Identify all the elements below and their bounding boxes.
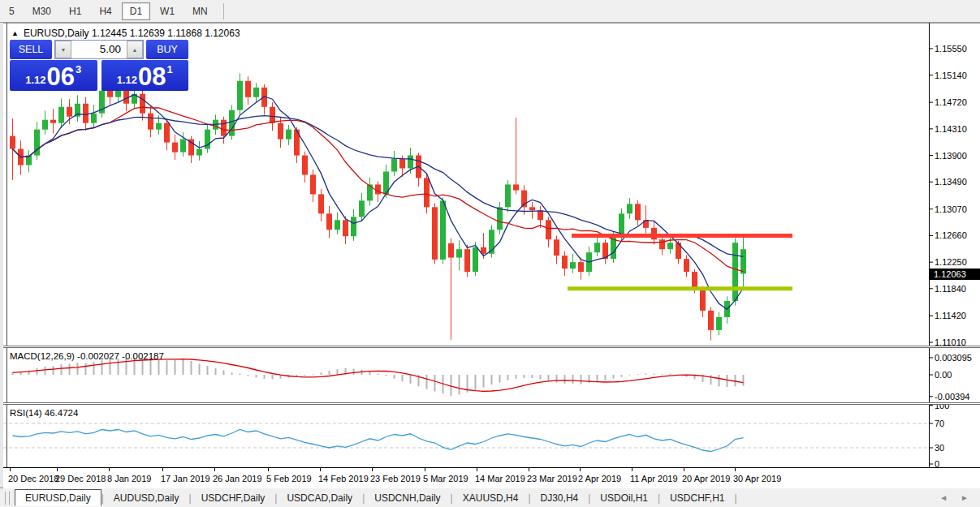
- time-axis-label: 5 Feb 2019: [266, 474, 312, 483]
- time-axis-tick: [632, 468, 632, 471]
- tabbar-grip[interactable]: [5, 492, 10, 505]
- chart-tab-dj30-h4[interactable]: DJ30,H4: [531, 491, 589, 505]
- rsi-axis-label: 100: [935, 405, 949, 410]
- candle: [578, 258, 584, 280]
- candle: [602, 239, 608, 264]
- tab-scroll-right-icon[interactable]: ►: [961, 493, 969, 502]
- price-axis-label: 1.14310: [935, 124, 967, 134]
- rsi-line: [13, 430, 744, 452]
- candle: [667, 237, 673, 254]
- timeframe-button-d1[interactable]: D1: [122, 2, 150, 20]
- timeframe-button-w1[interactable]: W1: [152, 2, 183, 20]
- candle: [708, 307, 714, 340]
- candle: [724, 296, 730, 323]
- time-axis: 20 Dec 201829 Dec 20188 Jan 201917 Jan 2…: [3, 467, 980, 488]
- price-axis-label: 1.12660: [935, 230, 967, 240]
- candle: [148, 106, 153, 137]
- chart-window: 1.155501.151401.147201.143101.139001.134…: [0, 23, 980, 488]
- candle: [391, 151, 397, 176]
- chart-tab-usdcnh-daily[interactable]: USDCNH,Daily: [365, 491, 450, 505]
- timeframe-button-h4[interactable]: H4: [91, 2, 119, 20]
- time-axis-tick: [529, 468, 529, 471]
- time-axis-tick: [214, 468, 215, 471]
- candle: [50, 109, 56, 133]
- time-axis-label: 17 Jan 2019: [161, 474, 210, 483]
- macd-axis-label: 0.003095: [935, 353, 972, 363]
- candle: [554, 235, 559, 264]
- candle: [196, 141, 202, 161]
- timeframe-button-5[interactable]: 5: [1, 2, 23, 20]
- candle: [432, 204, 438, 264]
- timeframe-button-m30[interactable]: M30: [24, 2, 59, 20]
- sell-button[interactable]: SELL: [10, 40, 52, 59]
- candle: [497, 202, 503, 234]
- candle: [659, 235, 665, 255]
- candle: [140, 89, 145, 120]
- chart-tab-usdcad-daily[interactable]: USDCAD,Daily: [277, 491, 362, 505]
- candle: [416, 153, 421, 186]
- price-axis-label: 1.15140: [935, 71, 967, 80]
- time-axis-tick: [477, 468, 477, 471]
- price-axis-label: 1.11420: [935, 311, 966, 320]
- time-axis-label: 29 Dec 2018: [55, 474, 106, 483]
- volume-increase-button[interactable]: ▲: [127, 41, 143, 58]
- sell-price-sup: 3: [76, 63, 81, 75]
- time-axis-label: 23 Mar 2019: [527, 474, 577, 483]
- price-axis-label: 1.15550: [935, 44, 967, 54]
- buy-price-small: 1.12: [117, 74, 137, 86]
- time-axis-label: 5 Mar 2019: [423, 474, 468, 483]
- chart-tab-usdchf-h1[interactable]: USDCHF,H1: [660, 491, 734, 505]
- chart-tab-usdchf-daily[interactable]: USDCHF,Daily: [192, 491, 275, 505]
- tab-scroll-left-icon[interactable]: ◄: [939, 493, 948, 502]
- buy-price-box[interactable]: 1.12 08 1: [101, 60, 189, 91]
- timeframe-button-mn[interactable]: MN: [184, 2, 216, 20]
- candle: [172, 135, 178, 160]
- volume-decrease-button[interactable]: ▼: [55, 41, 71, 58]
- time-axis-label: 23 Feb 2019: [370, 474, 421, 483]
- chart-title: ▲ EURUSD,Daily 1.12445 1.12639 1.11868 1…: [11, 28, 240, 39]
- chart-tab-usdoil-h1[interactable]: USDOil,H1: [590, 491, 658, 505]
- candle: [310, 170, 316, 202]
- chart-tab-xauusd-h4[interactable]: XAUUSD,H4: [453, 491, 529, 505]
- candle: [359, 193, 365, 221]
- macd-indicator-label: MACD(12,26,9) -0.002027 -0.002187: [10, 351, 164, 361]
- rsi-chart-canvas[interactable]: 10070300: [3, 405, 980, 467]
- candle: [18, 140, 24, 174]
- tab-scroll-arrows: ◄►: [939, 493, 969, 502]
- collapse-icon[interactable]: ▲: [11, 29, 19, 37]
- volume-stepper: ▼ 5.00 ▲: [54, 40, 144, 59]
- candle: [700, 286, 706, 317]
- timeframe-button-h1[interactable]: H1: [61, 2, 89, 20]
- sell-price-big: 06: [47, 67, 75, 88]
- rsi-axis-label: 30: [935, 443, 944, 453]
- time-axis-tick: [162, 468, 163, 471]
- price-axis-label: 1.14720: [935, 97, 967, 107]
- time-axis-tick: [372, 468, 373, 471]
- candle: [740, 237, 746, 286]
- rsi-axis-label: 0: [935, 459, 939, 467]
- macd-axis-label: 0.00: [935, 370, 952, 380]
- volume-field[interactable]: 5.00: [71, 41, 127, 58]
- rsi-indicator-label: RSI(14) 46.4724: [10, 408, 78, 418]
- candle: [716, 312, 722, 336]
- price-axis-label: 1.13070: [935, 204, 967, 214]
- candle: [684, 255, 689, 277]
- candle: [513, 118, 519, 194]
- candle: [448, 238, 454, 340]
- candle: [326, 206, 332, 238]
- candle: [294, 127, 300, 163]
- chart-tab-eurusd-daily[interactable]: EURUSD,Daily: [15, 489, 101, 506]
- price-axis-label: 1.12250: [935, 257, 967, 267]
- candle: [318, 189, 324, 221]
- current-price-badge: 1.12063: [930, 269, 980, 280]
- chart-tab-audusd-daily[interactable]: AUDUSD,Daily: [104, 491, 189, 505]
- time-axis-label: 14 Feb 2019: [318, 474, 369, 483]
- buy-button[interactable]: BUY: [146, 40, 188, 59]
- time-axis-tick: [735, 468, 736, 471]
- timeframe-toolbar: 5M30H1H4D1W1MN: [0, 0, 980, 23]
- candle: [643, 205, 649, 233]
- candle: [75, 95, 80, 122]
- sell-price-box[interactable]: 1.12 06 3: [10, 60, 97, 91]
- candle: [351, 209, 356, 241]
- candle: [562, 251, 568, 276]
